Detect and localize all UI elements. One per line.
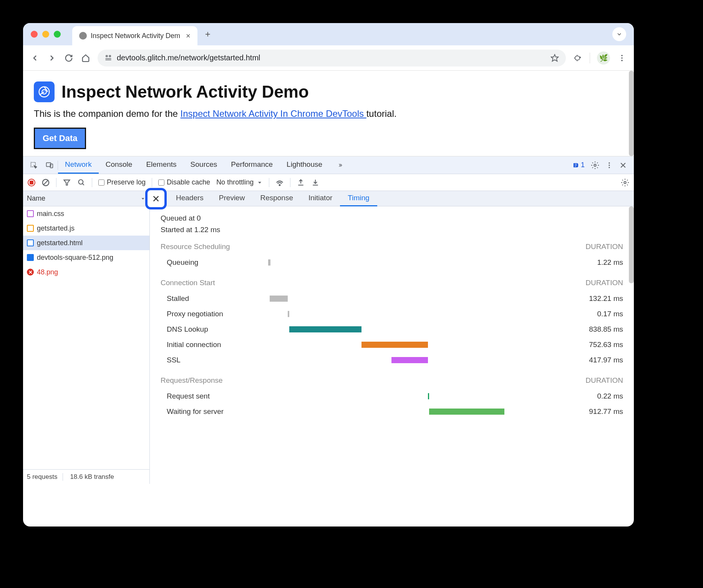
status-bar: 5 requests 18.6 kB transfe [23,469,149,484]
svg-point-25 [279,184,280,186]
request-row[interactable]: main.css [23,206,149,221]
timing-bar [288,311,289,317]
svg-rect-0 [106,55,107,56]
devtools-tab-sources[interactable]: Sources [184,156,224,174]
timing-row: DNS Lookup838.85 ms [161,322,623,337]
get-data-button[interactable]: Get Data [34,128,86,149]
filter-icon[interactable] [63,178,71,187]
close-window-button[interactable] [31,31,38,38]
network-conditions-icon[interactable] [275,178,284,187]
detail-tab-initiator[interactable]: Initiator [301,191,340,206]
extensions-button[interactable] [573,53,583,63]
record-button[interactable] [28,179,35,186]
separator [590,53,590,63]
request-row[interactable]: devtools-square-512.png [23,250,149,265]
download-icon[interactable] [311,178,320,187]
forward-button[interactable] [47,53,57,63]
timing-row: Initial connection752.63 ms [161,337,623,352]
err-file-icon: ✕ [27,269,34,276]
tab-overflow-button[interactable] [612,27,626,41]
request-filename: getstarted.html [37,239,83,247]
transfer-size: 18.6 kB transfe [70,473,119,481]
browser-tab[interactable]: Inspect Network Activity Dem × [72,26,197,45]
profile-avatar[interactable]: 🌿 [597,51,610,65]
upload-icon[interactable] [297,178,305,187]
maximize-window-button[interactable] [54,31,61,38]
request-list-header[interactable]: Name [23,191,149,206]
page-title: Inspect Network Activity Demo [61,82,309,101]
page-description: This is the companion demo for the Inspe… [34,108,623,119]
svg-point-6 [621,57,623,59]
preserve-log-checkbox[interactable]: Preserve log [98,178,146,186]
window-controls [31,31,61,38]
timing-section-header: Request/ResponseDURATION [161,376,623,385]
timing-bar [270,296,288,302]
devtools-body: Name main.cssgetstarted.jsgetstarted.htm… [23,191,634,484]
inspect-element-icon[interactable] [26,159,41,171]
issues-badge[interactable]: 1 [572,161,585,169]
timing-bar [268,259,270,266]
tutorial-link[interactable]: Inspect Network Activity In Chrome DevTo… [181,108,366,119]
timing-row: Stalled132.21 ms [161,291,623,306]
detail-tab-response[interactable]: Response [252,191,301,206]
devtools-tab-console[interactable]: Console [99,156,139,174]
page-scrollbar[interactable] [629,71,634,156]
devtools-tab-elements[interactable]: Elements [139,156,183,174]
close-tab-icon[interactable]: × [186,32,191,40]
detail-scrollbar[interactable] [629,206,634,283]
devtools-tab-lighthouse[interactable]: Lighthouse [280,156,329,174]
network-toolbar: Preserve log Disable cache No throttling [23,174,634,191]
search-icon[interactable] [77,178,86,187]
minimize-window-button[interactable] [42,31,49,38]
network-settings-icon[interactable] [621,178,629,187]
url-input[interactable]: devtools.glitch.me/network/getstarted.ht… [98,50,566,66]
detail-tab-preview[interactable]: Preview [211,191,253,206]
request-row[interactable]: getstarted.html [23,236,149,250]
timing-row: SSL417.97 ms [161,352,623,368]
device-toolbar-icon[interactable] [41,159,58,171]
new-tab-button[interactable]: + [205,29,211,40]
timing-bar [391,357,428,363]
img-file-icon [27,254,34,261]
request-filename: 48.png [37,268,58,276]
home-button[interactable] [81,53,91,63]
tabs-overflow-icon[interactable] [329,159,351,172]
js-file-icon [27,225,34,232]
bookmark-star-icon[interactable] [550,54,559,62]
timing-row: Proxy negotiation0.17 ms [161,306,623,322]
timing-section-header: Connection StartDURATION [161,279,623,287]
detail-tab-timing[interactable]: Timing [340,191,377,206]
devtools-tab-network[interactable]: Network [58,156,99,174]
svg-marker-21 [64,180,70,185]
devtools-tab-performance[interactable]: Performance [224,156,280,174]
close-devtools-icon[interactable] [619,161,627,169]
svg-marker-4 [551,54,558,61]
more-menu-icon[interactable] [605,161,613,169]
settings-icon[interactable] [591,161,599,169]
timing-row: Queueing1.22 ms [161,255,623,270]
disable-cache-checkbox[interactable]: Disable cache [158,178,210,186]
svg-point-14 [608,162,610,163]
started-at: Started at 1.22 ms [161,226,623,234]
detail-tab-headers[interactable]: Headers [168,191,211,206]
request-list: Name main.cssgetstarted.jsgetstarted.htm… [23,191,150,484]
svg-point-13 [594,164,596,166]
timing-row: Waiting for server912.77 ms [161,404,623,419]
request-filename: devtools-square-512.png [37,254,113,262]
close-detail-button[interactable] [145,188,167,209]
clear-icon[interactable] [41,178,50,187]
tab-title: Inspect Network Activity Dem [91,32,180,40]
request-row[interactable]: ✕48.png [23,265,149,279]
throttling-select[interactable]: No throttling [216,178,263,186]
reload-button[interactable] [64,53,74,63]
browser-window: Inspect Network Activity Dem × + devtool… [23,23,634,527]
request-count: 5 requests [27,473,63,481]
svg-line-23 [83,183,84,185]
request-row[interactable]: getstarted.js [23,221,149,236]
request-detail: HeadersPreviewResponseInitiatorTiming Qu… [150,191,634,484]
back-button[interactable] [30,53,40,63]
kebab-menu-icon[interactable] [617,53,627,63]
svg-line-20 [44,180,48,184]
svg-marker-31 [142,198,144,199]
address-bar: devtools.glitch.me/network/getstarted.ht… [23,45,634,71]
